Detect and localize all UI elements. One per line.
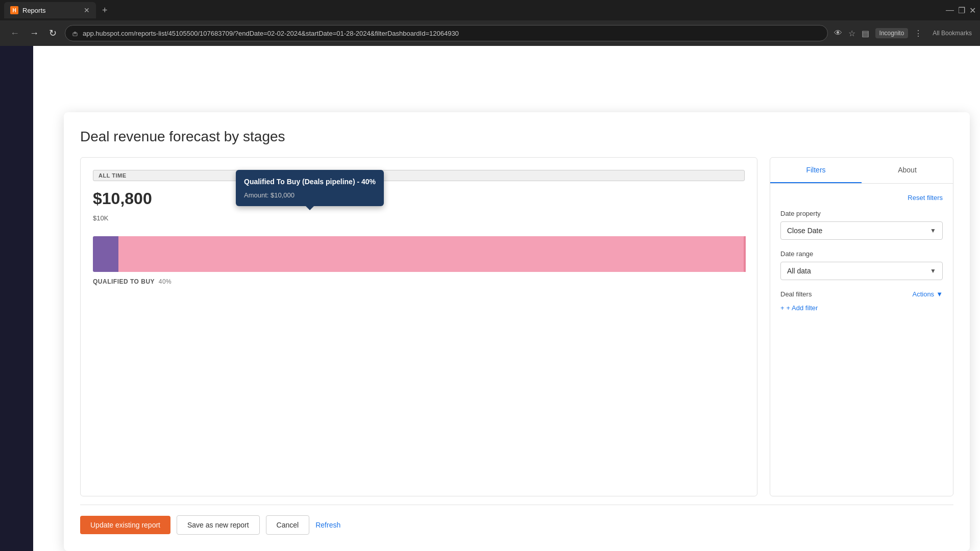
add-filter-button[interactable]: + + Add filter <box>780 304 943 312</box>
address-bar[interactable]: app.hubspot.com/reports-list/45105500/10… <box>65 25 828 41</box>
all-time-badge: ALL TIME <box>93 170 745 181</box>
actions-chevron-icon: ▼ <box>936 290 943 298</box>
cancel-button[interactable]: Cancel <box>266 515 310 535</box>
page-content: Deal revenue forecast by stages ALL TIME… <box>33 46 980 551</box>
tab-filters[interactable]: Filters <box>770 158 862 183</box>
chart-area: ALL TIME $10,800 $10K Qualified To Buy (… <box>80 157 757 496</box>
browser-actions: 👁 ☆ ▤ Incognito ⋮ <box>834 28 923 38</box>
chevron-down-icon: ▼ <box>930 227 936 234</box>
date-property-select[interactable]: Close Date ▼ <box>780 221 943 240</box>
bottom-actions: Update existing report Save as new repor… <box>80 505 953 535</box>
svg-rect-1 <box>73 33 77 36</box>
filters-panel: Filters About Reset filters Date propert… <box>770 157 953 496</box>
chart-bar-wrapper <box>93 236 745 272</box>
chart-bar-label: QUALIFIED TO BUY 40% <box>93 278 745 285</box>
update-existing-report-button[interactable]: Update existing report <box>80 516 170 534</box>
forward-button[interactable]: → <box>28 26 41 41</box>
report-body: ALL TIME $10,800 $10K Qualified To Buy (… <box>80 157 953 496</box>
filters-tabs: Filters About <box>770 158 953 184</box>
refresh-button[interactable]: ↻ <box>47 26 59 41</box>
date-property-select-wrapper: Close Date ▼ <box>780 221 943 240</box>
filters-body: Reset filters Date property Close Date ▼… <box>770 184 953 322</box>
save-as-new-report-button[interactable]: Save as new report <box>177 515 260 535</box>
bar-pink[interactable] <box>118 236 745 272</box>
date-range-value: All data <box>787 267 811 275</box>
back-button[interactable]: ← <box>8 26 21 41</box>
chart-total-value: $10,800 <box>93 189 745 208</box>
minimize-button[interactable]: — <box>946 6 954 15</box>
browser-controls: ← → ↻ app.hubspot.com/reports-list/45105… <box>0 20 980 46</box>
tooltip-amount: Amount: $10,000 <box>244 191 376 199</box>
incognito-badge: Incognito <box>875 28 909 38</box>
qualified-label: QUALIFIED TO BUY <box>93 278 155 285</box>
deal-filters-header: Deal filters Actions ▼ <box>780 290 943 298</box>
date-range-label: Date range <box>780 250 943 258</box>
tab-title: Reports <box>22 7 46 14</box>
lock-icon <box>71 30 79 37</box>
refresh-button-action[interactable]: Refresh <box>315 521 340 529</box>
active-tab[interactable]: H Reports ✕ <box>4 2 96 18</box>
tab-about[interactable]: About <box>862 158 953 183</box>
tab-close-button[interactable]: ✕ <box>84 6 90 14</box>
report-title: Deal revenue forecast by stages <box>80 129 953 145</box>
restore-button[interactable]: ❐ <box>958 6 965 15</box>
chart-tooltip: Qualified To Buy (Deals pipeline) - 40% … <box>236 170 384 206</box>
date-range-select-wrapper: All data ▼ <box>780 262 943 280</box>
sidebar-icon[interactable]: ▤ <box>862 29 869 38</box>
chart-y-label: $10K <box>93 214 745 222</box>
window-controls: — ❐ ✕ <box>946 6 976 15</box>
date-property-label: Date property <box>780 210 943 217</box>
date-property-value: Close Date <box>787 227 822 235</box>
eye-off-icon[interactable]: 👁 <box>834 29 842 38</box>
svg-rect-2 <box>744 236 746 272</box>
actions-label: Actions <box>912 290 934 298</box>
menu-button[interactable]: ⋮ <box>914 29 922 38</box>
main-wrapper: Deal revenue forecast by stages ALL TIME… <box>0 46 980 551</box>
chevron-down-icon-2: ▼ <box>930 267 936 274</box>
tab-favicon: H <box>10 6 18 14</box>
sidebar <box>0 46 33 551</box>
new-tab-button[interactable]: + <box>98 3 112 18</box>
url-text: app.hubspot.com/reports-list/45105500/10… <box>83 30 459 37</box>
plus-icon: + <box>780 304 785 312</box>
browser-chrome: H Reports ✕ + — ❐ ✕ ← → ↻ app.hubspot.co… <box>0 0 980 46</box>
chart-container: Qualified To Buy (Deals pipeline) - 40% … <box>93 226 745 484</box>
star-icon[interactable]: ☆ <box>848 29 855 38</box>
tooltip-title: Qualified To Buy (Deals pipeline) - 40% <box>244 177 376 187</box>
add-filter-label: + Add filter <box>787 304 818 312</box>
reset-filters-link[interactable]: Reset filters <box>780 194 943 202</box>
date-range-select[interactable]: All data ▼ <box>780 262 943 280</box>
actions-button[interactable]: Actions ▼ <box>912 290 943 298</box>
bar-percentage: 40% <box>159 278 172 285</box>
deal-filters-title: Deal filters <box>780 290 812 298</box>
bar-edge-icon <box>744 236 746 272</box>
close-button[interactable]: ✕ <box>969 6 976 15</box>
browser-tabs: H Reports ✕ + — ❐ ✕ <box>0 0 980 20</box>
report-modal: Deal revenue forecast by stages ALL TIME… <box>64 112 970 551</box>
bar-purple <box>93 236 118 272</box>
bookmarks-label: All Bookmarks <box>933 30 972 37</box>
